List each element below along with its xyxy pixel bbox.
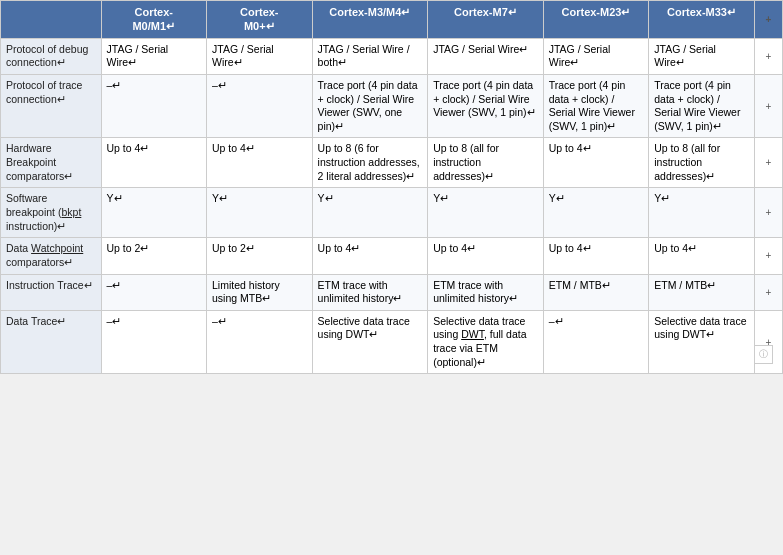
header-feature	[1, 1, 102, 39]
m0plus-cell: –↵	[207, 74, 313, 138]
m0m1-cell: Up to 4↵	[101, 138, 207, 188]
m0m1-cell: –↵	[101, 274, 207, 310]
m23-cell: Y↵	[543, 188, 649, 238]
m33-cell: Up to 4↵	[649, 238, 755, 274]
header-m7: Cortex-M7↵	[428, 1, 544, 39]
m3m4-cell: Up to 4↵	[312, 238, 428, 274]
row-arrow[interactable]: +	[754, 238, 782, 274]
feature-cell: Software breakpoint (bkpt instruction)↵	[1, 188, 102, 238]
m3m4-cell: Selective data trace using DWT↵	[312, 310, 428, 374]
feature-cell: Protocol of debug connection↵	[1, 38, 102, 74]
feature-cell: Instruction Trace↵	[1, 274, 102, 310]
m0m1-cell: Up to 2↵	[101, 238, 207, 274]
row-arrow[interactable]: +	[754, 274, 782, 310]
m0plus-cell: Up to 2↵	[207, 238, 313, 274]
m0plus-cell: JTAG / Serial Wire↵	[207, 38, 313, 74]
m0m1-cell: JTAG / Serial Wire↵	[101, 38, 207, 74]
m7-cell: Up to 8 (all for instruction addresses)↵	[428, 138, 544, 188]
m7-cell: Selective data trace using DWT, full dat…	[428, 310, 544, 374]
row-arrow[interactable]: +	[754, 38, 782, 74]
header-m0m1: Cortex-M0/M1↵	[101, 1, 207, 39]
header-m33: Cortex-M33↵	[649, 1, 755, 39]
m0m1-cell: Y↵	[101, 188, 207, 238]
m33-cell: ETM / MTB↵	[649, 274, 755, 310]
m33-cell: Up to 8 (all for instruction addresses)↵	[649, 138, 755, 188]
m3m4-cell: ETM trace with unlimited history↵	[312, 274, 428, 310]
m33-cell: Selective data trace using DWT↵	[649, 310, 755, 374]
m3m4-cell: JTAG / Serial Wire / both↵	[312, 38, 428, 74]
table-container: Cortex-M0/M1↵ Cortex-M0+↵ Cortex-M3/M4↵ …	[0, 0, 783, 374]
m0plus-cell: Up to 4↵	[207, 138, 313, 188]
m23-cell: JTAG / Serial Wire↵	[543, 38, 649, 74]
m3m4-cell: Trace port (4 pin data + clock) / Serial…	[312, 74, 428, 138]
m3m4-cell: Y↵	[312, 188, 428, 238]
header-m3m4: Cortex-M3/M4↵	[312, 1, 428, 39]
feature-cell: Hardware Breakpoint comparators↵	[1, 138, 102, 188]
m33-cell: Y↵	[649, 188, 755, 238]
feature-cell: Protocol of trace connection↵	[1, 74, 102, 138]
m0m1-cell: –↵	[101, 310, 207, 374]
feature-cell: Data Watchpoint comparators↵	[1, 238, 102, 274]
m0plus-cell: Y↵	[207, 188, 313, 238]
m23-cell: Up to 4↵	[543, 238, 649, 274]
m7-cell: JTAG / Serial Wire↵	[428, 38, 544, 74]
m7-cell: Y↵	[428, 188, 544, 238]
comparison-table: Cortex-M0/M1↵ Cortex-M0+↵ Cortex-M3/M4↵ …	[0, 0, 783, 374]
watermark: ⓘ	[754, 345, 773, 364]
header-arrow: +	[754, 1, 782, 39]
header-m23: Cortex-M23↵	[543, 1, 649, 39]
row-arrow[interactable]: +	[754, 74, 782, 138]
m7-cell: ETM trace with unlimited history↵	[428, 274, 544, 310]
m7-cell: Trace port (4 pin data + clock) / Serial…	[428, 74, 544, 138]
m3m4-cell: Up to 8 (6 for instruction addresses, 2 …	[312, 138, 428, 188]
m23-cell: –↵	[543, 310, 649, 374]
m0plus-cell: –↵	[207, 310, 313, 374]
row-arrow[interactable]: +	[754, 138, 782, 188]
m0plus-cell: Limited history using MTB↵	[207, 274, 313, 310]
header-m0plus: Cortex-M0+↵	[207, 1, 313, 39]
m33-cell: JTAG / Serial Wire↵	[649, 38, 755, 74]
m0m1-cell: –↵	[101, 74, 207, 138]
m33-cell: Trace port (4 pin data + clock) / Serial…	[649, 74, 755, 138]
m23-cell: Up to 4↵	[543, 138, 649, 188]
m23-cell: ETM / MTB↵	[543, 274, 649, 310]
m7-cell: Up to 4↵	[428, 238, 544, 274]
row-arrow[interactable]: +	[754, 188, 782, 238]
feature-cell: Data Trace↵	[1, 310, 102, 374]
m23-cell: Trace port (4 pin data + clock) / Serial…	[543, 74, 649, 138]
